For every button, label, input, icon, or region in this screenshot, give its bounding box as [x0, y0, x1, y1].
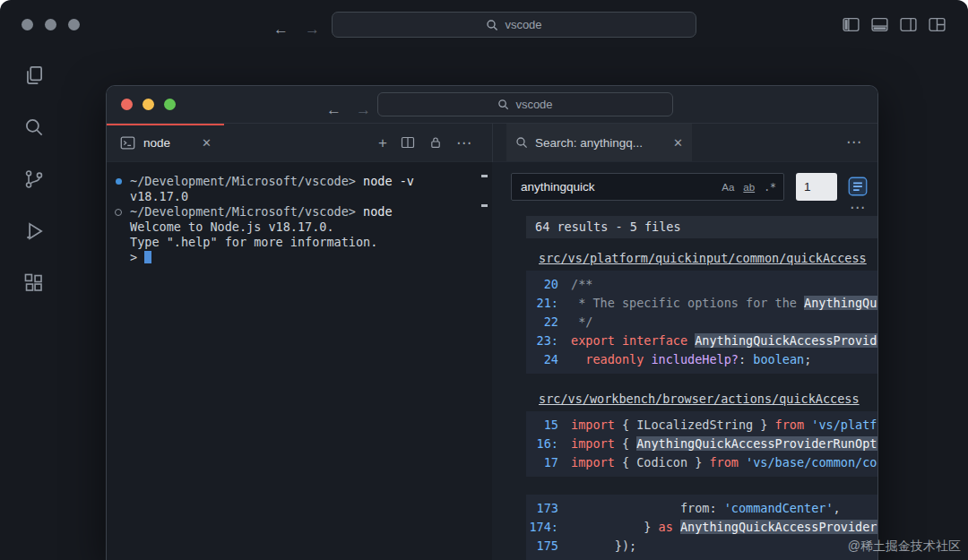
terminal-icon: [120, 135, 135, 151]
minimize-button[interactable]: [143, 99, 154, 110]
terminal-tab-bar: node ✕ + ⋯: [107, 124, 492, 161]
command-decoration-icon: [107, 174, 130, 189]
terminal-line: >: [107, 250, 492, 265]
code-text: });: [571, 537, 636, 556]
code-text: import { AnythingQuickAccessProviderRunO…: [571, 435, 877, 453]
terminal-lines: ~/Development/Microsoft/vscode> node -vv…: [107, 174, 492, 265]
terminal-output[interactable]: ~/Development/Microsoft/vscode> node -vv…: [107, 162, 492, 560]
inner-command-center[interactable]: vscode: [377, 92, 673, 116]
search-icon: [22, 116, 46, 139]
terminal-cursor: [144, 251, 151, 263]
terminal-tab-close-button[interactable]: ✕: [202, 136, 212, 150]
file-match-path[interactable]: src/vs/platform/quickinput/common/quickA…: [539, 251, 877, 265]
result-line[interactable]: 20/**: [526, 275, 877, 294]
match-block: 15import { ILocalizedString } from 'vs/p…: [526, 411, 877, 477]
open-in-editor-icon: [846, 175, 869, 198]
customize-layout-icon[interactable]: [928, 15, 946, 34]
back-button[interactable]: ←: [273, 22, 289, 37]
search-icon: [515, 136, 528, 149]
code-text: export interface AnythingQuickAccessProv…: [571, 332, 877, 350]
close-button[interactable]: [22, 19, 33, 30]
line-number: 20: [526, 275, 571, 294]
back-button[interactable]: ←: [326, 102, 341, 117]
line-number: 16:: [526, 435, 571, 453]
terminal-tab[interactable]: node ✕: [107, 124, 224, 161]
zoom-button[interactable]: [68, 19, 80, 30]
result-line[interactable]: 15import { ILocalizedString } from 'vs/p…: [526, 416, 877, 435]
line-number: 15: [526, 416, 571, 435]
toggle-panel-icon[interactable]: [870, 15, 889, 34]
terminal-line-text: Welcome to Node.js v18.17.0.: [130, 220, 334, 235]
forward-button[interactable]: →: [305, 22, 320, 37]
results-summary: 64 results - 5 files: [526, 216, 877, 238]
result-line[interactable]: 22 */: [526, 313, 877, 332]
editor-more-actions-button[interactable]: ⋯: [846, 134, 861, 150]
sidebar-item-source-control[interactable]: [22, 168, 46, 191]
search-details-toggle-button[interactable]: ⋯: [850, 200, 865, 215]
result-line[interactable]: 23:export interface AnythingQuickAccessP…: [526, 332, 877, 350]
line-number: 17: [526, 453, 571, 472]
layout-grid-icon: [928, 15, 946, 34]
result-line[interactable]: 16:import { AnythingQuickAccessProviderR…: [526, 435, 877, 453]
result-line[interactable]: 174: } as AnythingQuickAccessProviderRun…: [526, 518, 877, 537]
inner-titlebar: ← → vscode: [107, 86, 877, 124]
search-tab-close-button[interactable]: ✕: [673, 136, 683, 150]
terminal-actions: + ⋯: [378, 124, 471, 161]
sidebar-item-run-debug[interactable]: [22, 220, 46, 243]
search-tab-label: Search: anythingq...: [535, 136, 643, 150]
terminal-line-text: ~/Development/Microsoft/vscode> node -v: [130, 174, 414, 189]
search-results: src/vs/platform/quickinput/common/quickA…: [492, 251, 877, 560]
watermark: @稀土掘金技术社区: [848, 538, 961, 555]
line-number: 175: [526, 537, 571, 556]
sidebar-item-extensions[interactable]: [22, 271, 46, 295]
terminal-line: ~/Development/Microsoft/vscode> node: [107, 204, 492, 220]
terminal-line-text: >: [130, 250, 151, 265]
toggle-secondary-sidebar-icon[interactable]: [899, 15, 918, 34]
search-icon: [497, 99, 509, 110]
line-number: 24: [526, 350, 571, 369]
outer-window-controls: [22, 19, 80, 30]
code-text: import { ILocalizedString } from 'vs/pla…: [571, 416, 877, 435]
result-line[interactable]: 24 readonly includeHelp?: boolean;: [526, 350, 877, 369]
result-line[interactable]: 173 from: 'commandCenter',: [526, 499, 877, 518]
code-text: readonly includeHelp?: boolean;: [571, 350, 811, 369]
outer-window: ← → vscode: [0, 0, 968, 560]
match-case-toggle[interactable]: Aa: [722, 182, 734, 193]
file-match-path[interactable]: src/vs/workbench/browser/actions/quickAc…: [539, 392, 877, 406]
minimize-button[interactable]: [45, 19, 56, 30]
sidebar-item-search[interactable]: [22, 116, 46, 139]
terminal-gutter: [107, 250, 130, 265]
scrollbar-decoration: [481, 175, 488, 177]
terminal-gutter: [107, 189, 130, 204]
regex-toggle[interactable]: .*: [764, 181, 776, 194]
code-text: from: 'commandCenter',: [571, 499, 841, 518]
terminal-gutter: [107, 235, 130, 250]
new-terminal-button[interactable]: +: [378, 135, 387, 151]
forward-button[interactable]: →: [356, 102, 371, 117]
outer-command-center[interactable]: vscode: [332, 12, 696, 38]
line-number: 22: [526, 313, 571, 332]
outer-command-center-label: vscode: [505, 18, 541, 31]
code-text: import { Codicon } from 'vs/base/common/…: [571, 453, 877, 472]
result-line[interactable]: 21: * The specific options for the Anyth…: [526, 294, 877, 313]
terminal-line: Welcome to Node.js v18.17.0.: [107, 220, 492, 235]
search-editor-tab[interactable]: Search: anythingq... ✕: [506, 124, 692, 161]
result-line[interactable]: 17import { Codicon } from 'vs/base/commo…: [526, 453, 877, 472]
terminal-line-text: Type ".help" for more information.: [130, 235, 377, 250]
open-in-editor-button[interactable]: [846, 175, 869, 198]
search-editor-panel: Aa ab .* ⋯ 64 results - 5 files src/vs/p…: [492, 162, 877, 560]
zoom-button[interactable]: [164, 99, 176, 110]
split-terminal-button[interactable]: [401, 135, 415, 150]
match-block: 173 from: 'commandCenter',174: } as Anyt…: [526, 495, 877, 560]
result-line[interactable]: 175 });: [526, 537, 877, 556]
toggle-primary-sidebar-icon[interactable]: [842, 15, 860, 34]
sidebar-left-icon: [842, 15, 860, 34]
close-button[interactable]: [121, 99, 133, 110]
lock-button[interactable]: [428, 135, 443, 150]
sidebar-item-explorer[interactable]: [22, 64, 46, 87]
match-block: 20/**21: * The specific options for the …: [526, 271, 877, 374]
terminal-line: Type ".help" for more information.: [107, 235, 492, 250]
match-count-input[interactable]: [796, 173, 837, 201]
whole-word-toggle[interactable]: ab: [743, 182, 755, 193]
terminal-more-actions-button[interactable]: ⋯: [456, 135, 471, 151]
